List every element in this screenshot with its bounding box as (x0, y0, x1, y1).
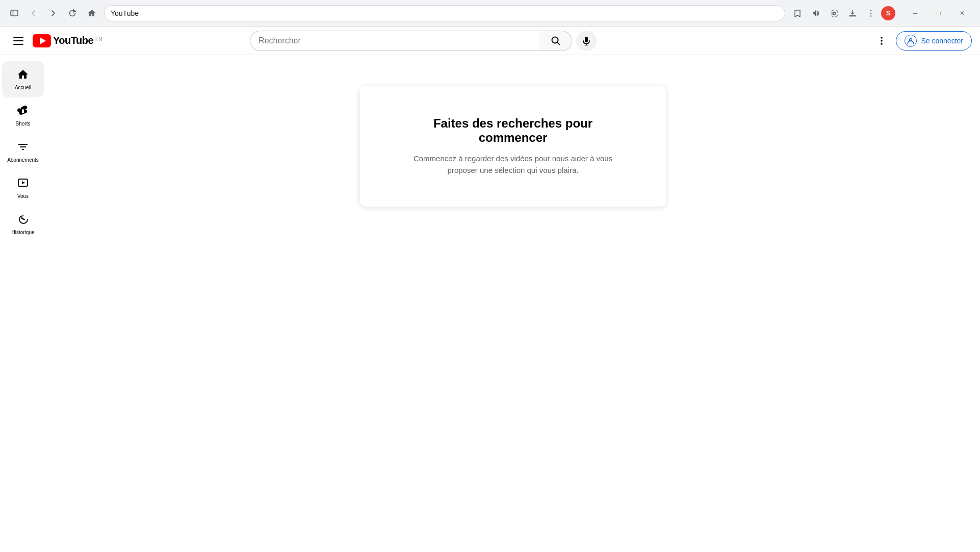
main-content: Faites des recherches pour commencer Com… (46, 55, 980, 552)
search-button[interactable] (539, 31, 572, 51)
tab-icon-button[interactable] (6, 5, 22, 21)
signin-icon (905, 35, 917, 47)
settings-button[interactable] (826, 5, 842, 21)
maximize-button[interactable]: □ (927, 5, 950, 21)
sidebar-item-vous[interactable]: Vous (2, 170, 44, 206)
svg-point-14 (881, 37, 883, 39)
search-container (250, 31, 597, 51)
hamburger-menu-button[interactable] (8, 31, 29, 51)
prompt-subtitle: Commencez à regarder des vidéos pour nou… (401, 153, 625, 176)
signin-button[interactable]: Se connecter (896, 31, 972, 51)
signin-label: Se connecter (921, 37, 963, 45)
voice-search-button[interactable] (576, 31, 597, 51)
sidebar-label-vous: Vous (17, 193, 29, 199)
sidebar-label-accueil: Accueil (15, 85, 31, 90)
svg-point-5 (870, 10, 872, 11)
prompt-title: Faites des recherches pour commencer (401, 116, 625, 145)
forward-button[interactable] (45, 5, 61, 21)
youtube-logo-text: YouTube (53, 35, 93, 46)
subscriptions-icon (17, 141, 29, 155)
youtube-logo[interactable]: YouTube FR (33, 34, 102, 47)
address-bar[interactable]: YouTube (104, 5, 785, 21)
svg-rect-9 (13, 40, 23, 41)
more-options-button[interactable] (871, 31, 892, 51)
svg-marker-2 (73, 10, 76, 12)
sidebar-item-abonnements[interactable]: Abonnements (2, 134, 44, 170)
download-button[interactable] (844, 5, 861, 21)
yt-main: Accueil Shorts Abonnements (0, 55, 980, 552)
home-icon (17, 68, 29, 83)
browser-profile-button[interactable]: S (881, 6, 895, 20)
sidebar-item-historique[interactable]: Historique (2, 206, 44, 242)
browser-nav-icons (6, 5, 100, 21)
youtube-logo-icon (33, 34, 51, 47)
svg-point-15 (881, 40, 883, 42)
shorts-icon (17, 105, 29, 119)
history-icon (17, 213, 29, 228)
back-button[interactable] (25, 5, 42, 21)
reload-button[interactable] (64, 5, 81, 21)
svg-point-7 (870, 15, 872, 17)
you-icon (17, 177, 29, 191)
search-input[interactable] (250, 31, 539, 51)
sidebar-label-shorts: Shorts (16, 121, 31, 127)
sidebar-item-shorts[interactable]: Shorts (2, 97, 44, 134)
minimize-button[interactable]: ─ (904, 5, 927, 21)
browser-toolbar-icons: S (789, 5, 895, 21)
sidebar-label-abonnements: Abonnements (7, 157, 39, 163)
youtube-logo-country: FR (95, 36, 102, 42)
close-button[interactable]: ✕ (950, 5, 974, 21)
bookmark-button[interactable] (789, 5, 806, 21)
home-button[interactable] (84, 5, 100, 21)
svg-marker-19 (22, 181, 25, 184)
address-text: YouTube (111, 9, 779, 17)
sidebar: Accueil Shorts Abonnements (0, 55, 46, 552)
svg-rect-1 (11, 10, 14, 16)
svg-rect-8 (13, 37, 23, 38)
svg-point-6 (870, 12, 872, 14)
browser-menu-button[interactable] (863, 5, 879, 21)
svg-point-16 (881, 43, 883, 45)
youtube-app: YouTube FR (0, 27, 980, 552)
prompt-card: Faites des recherches pour commencer Com… (360, 86, 666, 207)
browser-chrome: YouTube (0, 0, 980, 27)
window-controls: ─ □ ✕ (904, 5, 974, 21)
audio-button[interactable] (808, 5, 824, 21)
svg-rect-10 (13, 44, 23, 45)
sidebar-item-accueil[interactable]: Accueil (2, 61, 44, 97)
sidebar-label-historique: Historique (11, 230, 34, 235)
header-right: Se connecter (871, 31, 972, 51)
youtube-header: YouTube FR (0, 27, 980, 55)
